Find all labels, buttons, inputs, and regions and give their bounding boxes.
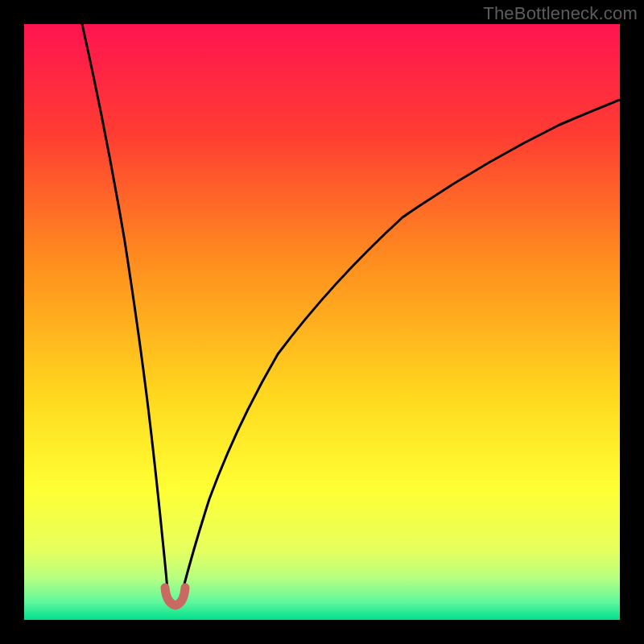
curves-layer [24, 24, 620, 620]
trough-marker [165, 588, 185, 605]
plot-area [24, 24, 620, 620]
curve-right [183, 100, 620, 590]
watermark-text: TheBottleneck.com [483, 3, 638, 24]
curve-left [82, 24, 167, 590]
chart-frame: TheBottleneck.com [0, 0, 644, 644]
